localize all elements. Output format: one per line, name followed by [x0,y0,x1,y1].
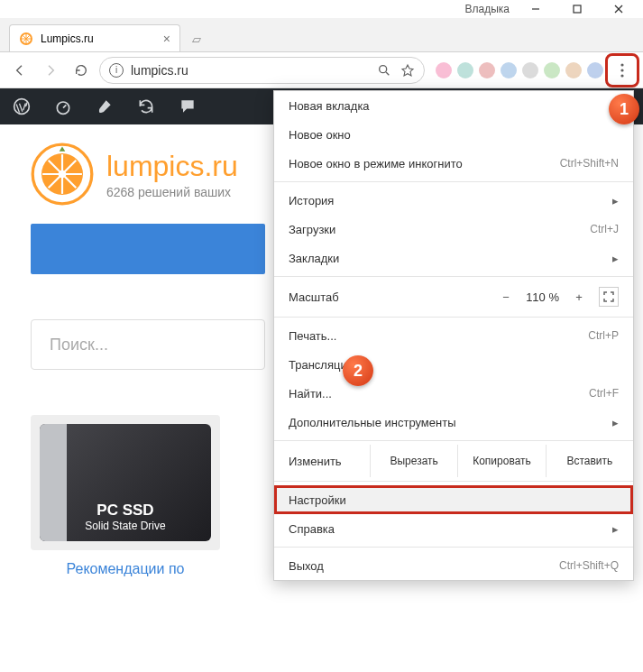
svg-line-18 [63,105,66,107]
svg-point-13 [620,63,623,66]
menu-bookmarks[interactable]: Закладки▸ [274,244,633,272]
menu-print[interactable]: Печать...Ctrl+P [274,321,633,350]
paste-button[interactable]: Вставить [546,445,633,477]
search-placeholder: Поиск... [50,336,108,354]
svg-marker-12 [402,65,413,76]
toolbar: i lumpics.ru [0,52,643,88]
callout-badge-2: 2 [343,355,373,386]
menu-downloads[interactable]: ЗагрузкиCtrl+J [274,215,633,244]
tab-strip: Lumpics.ru × ▱ [0,18,643,52]
favicon-lumpics [19,32,33,46]
site-name: lumpics.ru [106,150,238,183]
svg-point-10 [380,65,387,72]
profile-name[interactable]: Владыка [465,3,510,15]
omnibox[interactable]: i lumpics.ru [99,57,425,84]
menu-more-tools[interactable]: Дополнительные инструменты▸ [274,408,633,437]
menu-new-tab[interactable]: Новая вкладка [274,91,633,120]
extension-icon[interactable] [565,62,582,78]
svg-point-16 [14,99,30,115]
browser-tab[interactable]: Lumpics.ru × [9,24,180,51]
extension-icon[interactable] [436,62,452,78]
chrome-menu-button[interactable] [609,57,636,84]
hero-banner[interactable] [31,224,265,274]
zoom-icon[interactable] [377,63,391,78]
site-tagline: 6268 решений ваших [106,185,238,199]
extension-icon[interactable] [501,62,517,78]
tab-title: Lumpics.ru [41,32,94,45]
url-text: lumpics.ru [131,63,188,78]
svg-rect-1 [574,5,581,13]
copy-button[interactable]: Копировать [457,445,545,477]
menu-zoom-row: Масштаб − 110 % + [274,281,633,313]
fullscreen-button[interactable] [599,287,619,307]
ssd-thumbnail: PC SSDSolid State Drive [40,424,211,541]
svg-point-25 [59,170,67,179]
close-button[interactable] [598,0,639,18]
site-search-input[interactable]: Поиск... [31,319,265,370]
menu-edit-row: Изменить Вырезать Копировать Вставить [274,445,633,477]
minimize-button[interactable] [515,0,556,18]
card-title: Рекомендации по [31,561,220,577]
svg-point-15 [620,74,623,77]
extension-icon[interactable] [544,62,560,78]
dashboard-icon[interactable] [54,97,72,115]
menu-exit[interactable]: ВыходCtrl+Shift+Q [274,551,633,580]
site-info-icon[interactable]: i [109,63,124,78]
maximize-button[interactable] [556,0,598,18]
zoom-in-button[interactable]: + [568,286,590,308]
svg-line-11 [386,72,389,75]
chrome-menu: Новая вкладка Новое окно Новое окно в ре… [273,90,634,581]
brush-icon[interactable] [96,97,114,115]
menu-settings[interactable]: Настройки [274,485,633,514]
extension-icon[interactable] [522,62,538,78]
new-tab-button[interactable]: ▱ [184,29,209,49]
menu-history[interactable]: История▸ [274,186,633,215]
menu-new-window[interactable]: Новое окно [274,120,633,149]
callout-badge-1: 1 [609,94,639,124]
svg-point-17 [57,102,69,114]
back-button[interactable] [7,58,32,83]
site-logo [31,143,94,206]
edit-label: Изменить [289,455,370,468]
comment-icon[interactable] [179,97,197,115]
bookmark-star-icon[interactable] [400,63,415,78]
svg-point-14 [620,69,623,71]
wordpress-icon[interactable] [13,97,31,115]
extension-icons [436,62,603,78]
article-card[interactable]: PC SSDSolid State Drive Рекомендации по [31,415,220,577]
zoom-label: Масштаб [289,290,339,304]
zoom-value: 110 % [526,290,559,304]
window-titlebar: Владыка [0,0,643,18]
menu-cast[interactable]: Трансляция... [274,350,633,379]
tab-close-icon[interactable]: × [163,32,170,46]
menu-incognito[interactable]: Новое окно в режиме инкогнитоCtrl+Shift+… [274,149,633,178]
reload-button[interactable] [69,58,94,83]
zoom-out-button[interactable]: − [495,286,517,308]
menu-find[interactable]: Найти...Ctrl+F [274,379,633,408]
menu-help[interactable]: Справка▸ [274,514,633,543]
extension-icon[interactable] [587,62,603,78]
forward-button[interactable] [38,58,63,83]
cut-button[interactable]: Вырезать [370,445,457,477]
refresh-icon[interactable] [137,97,155,115]
extension-icon[interactable] [457,62,473,78]
extension-icon[interactable] [479,62,495,78]
